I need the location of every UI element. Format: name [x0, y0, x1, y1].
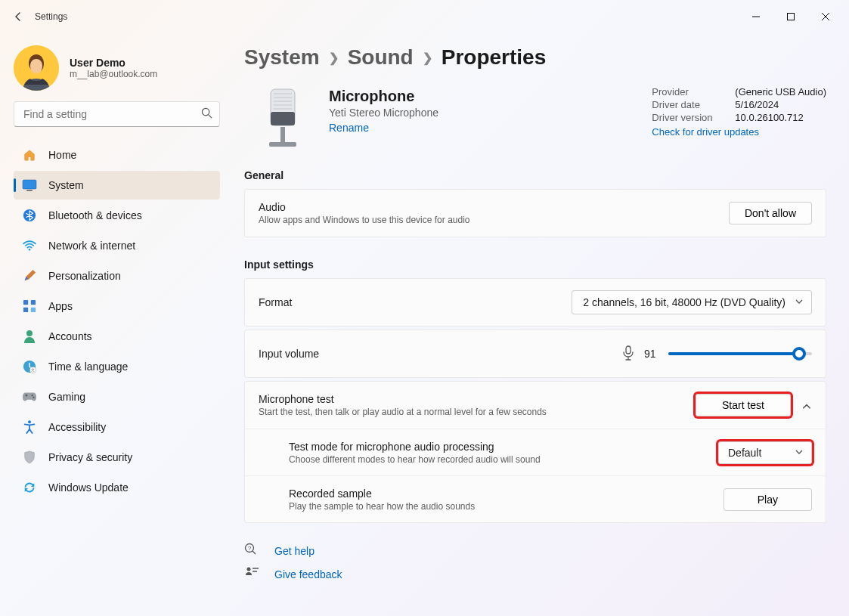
mic-test-card: Microphone test Start the test, then tal…: [244, 381, 826, 523]
get-help-label: Get help: [274, 545, 315, 557]
volume-slider[interactable]: [668, 352, 812, 355]
maximize-button[interactable]: [773, 5, 808, 29]
search-icon: [201, 107, 212, 121]
breadcrumb-sound[interactable]: Sound: [348, 45, 414, 70]
svg-point-32: [247, 568, 251, 571]
nav-label: Home: [48, 149, 76, 161]
svg-rect-29: [626, 346, 631, 354]
nav-list: Home System Bluetooth & devices Network …: [12, 141, 222, 502]
svg-rect-22: [280, 127, 285, 142]
nav-label: Accounts: [48, 330, 92, 342]
audio-row: Audio Allow apps and Windows to use this…: [245, 190, 826, 237]
gaming-icon: [21, 388, 38, 405]
svg-point-18: [33, 397, 34, 398]
breadcrumb: System ❯ Sound ❯ Properties: [244, 45, 826, 70]
driver-version-value: 10.0.26100.712: [735, 112, 803, 123]
device-title: Microphone: [329, 88, 438, 105]
svg-rect-5: [23, 180, 36, 189]
sample-title: Recorded sample: [289, 488, 724, 500]
back-button[interactable]: [6, 5, 30, 29]
nav-bluetooth[interactable]: Bluetooth & devices: [14, 201, 220, 230]
search-wrap: [14, 101, 220, 127]
title-bar: Settings: [0, 0, 849, 33]
mic-test-title: Microphone test: [259, 393, 696, 405]
apps-icon: [21, 298, 38, 314]
sidebar: User Demo m__lab@outlook.com Home System…: [0, 33, 231, 616]
privacy-icon: [21, 449, 38, 466]
main-content: System ❯ Sound ❯ Properties: [231, 33, 849, 616]
rename-link[interactable]: Rename: [329, 122, 369, 134]
start-test-button[interactable]: Start test: [696, 394, 791, 416]
volume-row: Input volume 91: [245, 330, 826, 377]
give-feedback-link[interactable]: Give feedback: [244, 566, 826, 582]
nav-time[interactable]: 文 Time & language: [14, 352, 220, 381]
general-card: Audio Allow apps and Windows to use this…: [244, 189, 826, 237]
close-icon: [822, 13, 829, 20]
svg-line-4: [209, 115, 212, 118]
minimize-icon: [752, 13, 760, 20]
system-icon: [21, 177, 38, 193]
svg-rect-10: [31, 300, 36, 305]
nav-label: Privacy & security: [48, 451, 132, 463]
nav-system[interactable]: System: [14, 171, 220, 200]
nav-personalization[interactable]: Personalization: [14, 262, 220, 290]
nav-label: Gaming: [48, 391, 85, 403]
nav-privacy[interactable]: Privacy & security: [14, 443, 220, 472]
mic-test-row: Microphone test Start the test, then tal…: [245, 382, 826, 429]
breadcrumb-system[interactable]: System: [244, 45, 320, 70]
audio-sub: Allow apps and Windows to use this devic…: [259, 215, 729, 225]
window-controls: [739, 5, 843, 29]
search-input[interactable]: [14, 101, 220, 127]
driver-provider-value: (Generic USB Audio): [735, 86, 826, 98]
minimize-button[interactable]: [739, 5, 773, 29]
nav-accessibility[interactable]: Accessibility: [14, 413, 220, 441]
back-arrow-icon: [12, 11, 24, 23]
play-button[interactable]: Play: [724, 488, 812, 511]
nav-label: Network & internet: [48, 240, 135, 252]
check-driver-updates-link[interactable]: Check for driver updates: [652, 126, 826, 138]
device-header: Microphone Yeti Stereo Microphone Rename…: [244, 86, 826, 154]
feedback-icon: [244, 566, 259, 582]
time-icon: 文: [21, 358, 38, 375]
chevron-down-icon: [795, 447, 804, 459]
close-button[interactable]: [808, 5, 843, 29]
svg-point-3: [202, 108, 209, 115]
microphone-icon: [255, 86, 311, 154]
home-icon: [21, 147, 38, 163]
nav-label: Apps: [48, 300, 73, 312]
user-block[interactable]: User Demo m__lab@outlook.com: [14, 45, 218, 91]
nav-home[interactable]: Home: [14, 141, 220, 169]
microphone-small-icon[interactable]: [621, 345, 635, 363]
audio-title: Audio: [259, 201, 729, 213]
help-icon: ?: [244, 543, 259, 559]
nav-network[interactable]: Network & internet: [14, 231, 220, 260]
avatar: [14, 45, 59, 91]
nav-gaming[interactable]: Gaming: [14, 382, 220, 411]
user-email: m__lab@outlook.com: [70, 69, 157, 79]
give-feedback-label: Give feedback: [274, 568, 342, 580]
section-general: General: [244, 169, 826, 181]
nav-label: System: [48, 179, 84, 191]
nav-apps[interactable]: Apps: [14, 292, 220, 320]
sample-sub: Play the sample to hear how the audio so…: [289, 501, 724, 512]
device-info: Microphone Yeti Stereo Microphone Rename: [329, 86, 438, 134]
bluetooth-icon: [21, 207, 38, 224]
test-mode-select[interactable]: Default: [718, 441, 812, 464]
driver-provider-label: Provider: [652, 86, 720, 98]
accessibility-icon: [21, 419, 38, 435]
svg-rect-1: [788, 14, 795, 20]
chevron-right-icon: ❯: [329, 51, 339, 65]
svg-rect-6: [26, 190, 33, 191]
nav-update[interactable]: Windows Update: [14, 473, 220, 502]
get-help-link[interactable]: ? Get help: [244, 543, 826, 559]
volume-value: 91: [644, 348, 659, 360]
nav-accounts[interactable]: Accounts: [14, 322, 220, 351]
svg-point-17: [32, 395, 33, 396]
volume-label: Input volume: [259, 348, 621, 360]
format-row: Format 2 channels, 16 bit, 48000 Hz (DVD…: [245, 279, 826, 326]
dont-allow-button[interactable]: Don't allow: [729, 202, 812, 224]
test-mode-row: Test mode for microphone audio processin…: [245, 429, 826, 475]
network-icon: [21, 237, 38, 254]
chevron-up-icon[interactable]: [801, 399, 812, 412]
format-select[interactable]: 2 channels, 16 bit, 48000 Hz (DVD Qualit…: [572, 290, 812, 314]
